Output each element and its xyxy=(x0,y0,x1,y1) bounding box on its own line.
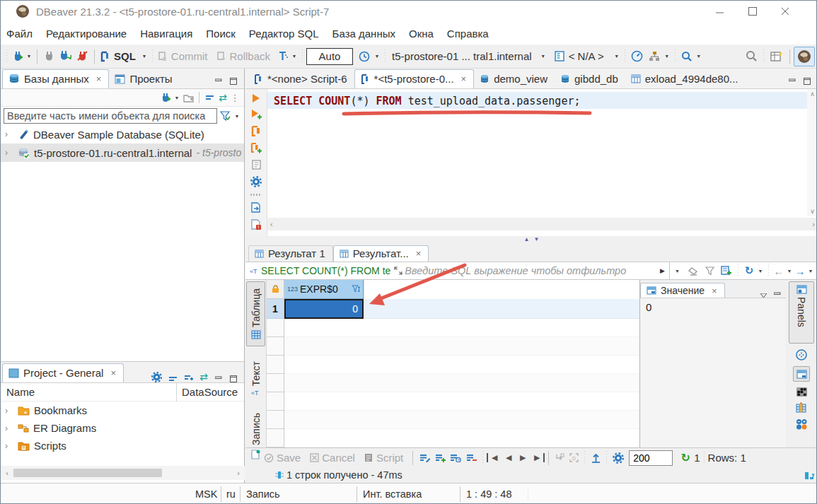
grid-corner-cell[interactable] xyxy=(267,280,284,299)
explain-plan-icon[interactable] xyxy=(251,160,262,170)
menu-search[interactable]: Поиск xyxy=(206,28,236,40)
open-file-icon[interactable] xyxy=(251,202,261,213)
references-icon[interactable] xyxy=(796,349,807,361)
editor-tab-exload[interactable]: exload_4994de80... xyxy=(625,70,746,88)
value-panel-minimize-icon[interactable] xyxy=(770,292,784,298)
execute-statement-icon[interactable] xyxy=(251,93,261,103)
navigator-connection-dropdown[interactable]: ▼ xyxy=(173,95,181,100)
editor-settings-icon[interactable] xyxy=(250,176,262,187)
search-metadata-icon[interactable] xyxy=(679,51,695,62)
scrollbar-thumb[interactable] xyxy=(13,469,162,477)
connection-selector[interactable]: t5-prostore-01 ... tral1.internal xyxy=(392,50,532,62)
project-minimize-icon[interactable] xyxy=(212,376,226,382)
project-collapse-icon[interactable] xyxy=(165,376,180,382)
fetch-size-input[interactable] xyxy=(629,450,673,466)
nav-forward-dropdown[interactable]: ▼ xyxy=(806,269,815,274)
commit-mode-combo[interactable]: Auto xyxy=(306,48,353,65)
execute-script-new-icon[interactable] xyxy=(250,143,262,153)
grid-cell-selected[interactable]: 0 xyxy=(284,299,364,319)
first-row-icon[interactable]: ◀ xyxy=(487,453,501,462)
duplicate-row-icon[interactable]: + xyxy=(448,454,463,462)
pin-result-icon[interactable] xyxy=(248,450,262,459)
column-header-datasource[interactable]: DataSource xyxy=(177,386,244,398)
dbeaver-perspective-icon[interactable] xyxy=(794,47,815,66)
transaction-dropdown[interactable]: ▼ xyxy=(290,54,299,59)
calc-panel-icon[interactable] xyxy=(796,402,807,413)
sql-editor-button[interactable]: SQL xyxy=(114,50,136,62)
project-maximize-icon[interactable] xyxy=(226,375,241,382)
filter-history-dropdown[interactable]: ▼ xyxy=(669,262,685,279)
sash-down-icon[interactable]: ▼ xyxy=(534,237,540,242)
sash-up-icon[interactable]: ▲ xyxy=(524,237,530,242)
quick-search-icon[interactable] xyxy=(743,50,760,62)
window-maximize-button[interactable] xyxy=(748,7,781,16)
tree-item-bookmarks[interactable]: › Bookmarks xyxy=(1,402,244,419)
refresh-results-icon[interactable]: ↻ xyxy=(742,264,756,277)
value-view-toggle-icon[interactable] xyxy=(793,366,810,382)
link-editor-icon[interactable]: ⇄ xyxy=(216,92,230,103)
last-row-icon[interactable]: ▶ xyxy=(531,453,545,462)
new-connection-dropdown[interactable]: ▼ xyxy=(25,54,33,59)
editor-results-sash[interactable]: ▲ ▼ xyxy=(245,236,817,243)
statusbar-language[interactable]: ru xyxy=(226,488,236,500)
menu-database[interactable]: База данных xyxy=(332,28,395,40)
editor-maximize-icon[interactable] xyxy=(799,74,815,88)
transaction-log-icon[interactable] xyxy=(356,51,373,62)
value-panel-menu-icon[interactable] xyxy=(756,293,770,298)
save-file-icon[interactable]: ! xyxy=(251,219,261,230)
grid-column-header-expr0[interactable]: 123 EXPR$0 xyxy=(284,280,364,299)
tab-project-general[interactable]: Project - General × xyxy=(2,363,124,382)
grid-settings-icon[interactable] xyxy=(610,452,626,464)
export-data-icon[interactable] xyxy=(589,453,603,463)
results-tab-close[interactable]: × xyxy=(416,248,422,259)
connection-selector-dropdown[interactable]: ▼ xyxy=(539,54,547,59)
reconnect-icon[interactable] xyxy=(57,50,74,62)
tab-databases-close[interactable]: × xyxy=(96,74,102,84)
search-dropdown[interactable]: ▼ xyxy=(695,54,703,59)
disconnect-icon[interactable] xyxy=(74,50,91,62)
column-header-name[interactable]: Name xyxy=(1,386,176,398)
menu-sql-editor[interactable]: Редактор SQL xyxy=(249,28,319,40)
navigator-minimize-icon[interactable] xyxy=(212,74,226,88)
sql-code-line[interactable]: SELECT COUNT (*) FROM test_upload_data.p… xyxy=(274,94,581,108)
new-connection-icon[interactable] xyxy=(11,50,25,62)
results-tab-2[interactable]: Результат... × xyxy=(333,245,429,262)
new-folder-icon[interactable] xyxy=(181,93,195,102)
panels-tab[interactable]: Panels xyxy=(789,281,814,344)
menu-edit[interactable]: Редактирование xyxy=(46,28,127,40)
nav-forward-icon[interactable]: → xyxy=(794,265,806,277)
results-tab-1[interactable]: Результат 1 xyxy=(248,245,333,262)
add-row-icon[interactable] xyxy=(432,454,448,462)
menu-file[interactable]: Файл xyxy=(6,28,33,40)
filter-expression-input[interactable] xyxy=(405,265,660,276)
object-search-input[interactable] xyxy=(4,108,217,124)
tree-item-er-diagrams[interactable]: › ER Diagrams xyxy=(1,419,244,437)
grid-row-header-1[interactable]: 1 xyxy=(267,299,284,319)
navigator-maximize-icon[interactable] xyxy=(226,74,241,88)
edit-cell-icon[interactable] xyxy=(417,454,432,462)
sql-editor-icon[interactable] xyxy=(98,51,112,62)
tab-projects[interactable]: Проекты xyxy=(109,70,179,88)
aggregate-panel-icon[interactable] xyxy=(796,418,807,430)
project-hscrollbar[interactable]: ‹ › xyxy=(1,466,245,480)
filter-check-icon[interactable] xyxy=(217,111,233,121)
network-icon[interactable] xyxy=(646,51,663,62)
grid-empty-area[interactable] xyxy=(284,319,639,447)
editor-minimize-icon[interactable] xyxy=(785,74,799,88)
presentation-tab-text[interactable]: Текст «T xyxy=(246,353,265,404)
transaction-log-dropdown[interactable]: ▼ xyxy=(373,54,381,59)
menu-help[interactable]: Справка xyxy=(447,28,489,40)
tree-item-sample-database[interactable]: › DBeaver Sample Database (SQLite) xyxy=(1,125,244,143)
window-close-button[interactable] xyxy=(781,7,813,16)
refresh-dropdown[interactable]: ▼ xyxy=(756,269,765,274)
custom-filter-icon[interactable] xyxy=(717,266,734,276)
project-link-icon[interactable]: ⇄ xyxy=(196,371,212,382)
project-settings-icon[interactable] xyxy=(148,372,165,382)
editor-tab-t5-prostore[interactable]: *<t5-prostore-0... × xyxy=(354,69,475,88)
window-minimize-button[interactable] xyxy=(716,7,748,16)
tab-project-close[interactable]: × xyxy=(110,368,116,378)
value-panel-content[interactable]: 0 xyxy=(640,298,786,316)
tree-item-scripts[interactable]: › Scripts xyxy=(1,437,244,455)
editor-vscrollbar[interactable]: ∧ ∨ xyxy=(807,89,817,216)
refresh-grid-icon[interactable]: ↻ xyxy=(677,451,694,464)
